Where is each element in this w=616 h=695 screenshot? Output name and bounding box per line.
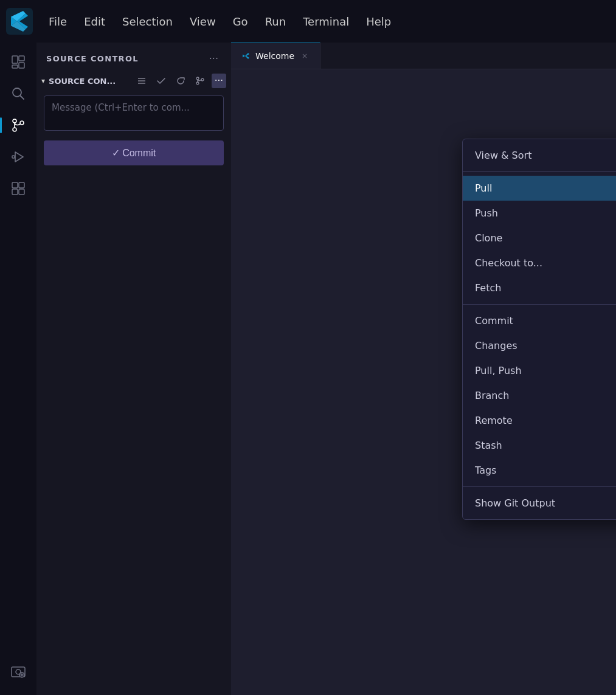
menu-item-pull[interactable]: Pull xyxy=(463,176,616,201)
separator-3 xyxy=(463,486,616,487)
svg-rect-13 xyxy=(19,182,24,188)
menu-help[interactable]: Help xyxy=(359,12,398,32)
svg-rect-3 xyxy=(19,63,24,68)
sidebar-header-icons: ··· xyxy=(206,51,221,66)
sidebar-more-button[interactable]: ··· xyxy=(206,51,221,66)
sc-more-icon[interactable]: ··· xyxy=(212,74,226,88)
menu-edit[interactable]: Edit xyxy=(77,12,112,32)
menu-item-branch[interactable]: Branch › xyxy=(463,383,616,408)
menu-item-remote[interactable]: Remote › xyxy=(463,408,616,433)
dropdown-overlay[interactable]: View & Sort › Pull Push Clone xyxy=(231,43,616,695)
menu-item-commit-submenu[interactable]: Commit › xyxy=(463,308,616,333)
main-layout: SOURCE CONTROL ··· ▾ SOURCE CON... xyxy=(0,43,616,695)
menu-item-view-sort[interactable]: View & Sort › xyxy=(463,143,616,168)
svg-rect-11 xyxy=(12,156,15,158)
menu-item-tags[interactable]: Tags › xyxy=(463,458,616,483)
sidebar: SOURCE CONTROL ··· ▾ SOURCE CON... xyxy=(36,43,231,695)
menu-item-tags-label: Tags xyxy=(475,465,616,476)
menu-section-top: View & Sort › xyxy=(463,142,616,169)
svg-point-7 xyxy=(13,119,16,123)
svg-rect-4 xyxy=(12,65,18,68)
titlebar: File Edit Selection View Go Run Terminal… xyxy=(0,0,616,43)
svg-line-6 xyxy=(21,96,24,100)
menu-item-fetch[interactable]: Fetch xyxy=(463,275,616,300)
sc-subheader: ▾ SOURCE CON... xyxy=(36,71,231,91)
sc-repo-name: SOURCE CON... xyxy=(49,77,130,86)
sc-chevron-icon[interactable]: ▾ xyxy=(41,77,45,85)
main-content: Welcome × View & Sort › Pull xyxy=(231,43,616,695)
menu-file[interactable]: File xyxy=(41,12,74,32)
sidebar-header: SOURCE CONTROL ··· xyxy=(36,43,231,71)
menu-item-show-git-output-label: Show Git Output xyxy=(475,497,616,509)
menu-item-changes-label: Changes xyxy=(475,340,616,351)
explorer-activity-icon[interactable] xyxy=(5,49,32,75)
menu-item-stash-label: Stash xyxy=(475,440,616,451)
menu-item-pull-push[interactable]: Pull, Push › xyxy=(463,358,616,383)
menu-item-remote-label: Remote xyxy=(475,415,616,426)
svg-marker-10 xyxy=(15,152,23,162)
message-input-wrap xyxy=(36,91,231,138)
separator-2 xyxy=(463,304,616,305)
menu-item-checkout[interactable]: Checkout to... xyxy=(463,251,616,275)
menu-bar: File Edit Selection View Go Run Terminal… xyxy=(41,12,398,32)
search-activity-icon[interactable] xyxy=(5,80,32,107)
sidebar-title: SOURCE CONTROL xyxy=(46,54,139,63)
vscode-logo xyxy=(6,8,33,35)
menu-item-stash[interactable]: Stash › xyxy=(463,433,616,458)
source-control-activity-icon[interactable] xyxy=(5,112,32,139)
menu-view[interactable]: View xyxy=(182,12,223,32)
menu-section-submenus: Commit › Changes › Pull, Push › Branch › xyxy=(463,307,616,484)
menu-terminal[interactable]: Terminal xyxy=(296,12,356,32)
menu-item-push[interactable]: Push xyxy=(463,201,616,226)
svg-rect-15 xyxy=(19,189,24,195)
menu-item-pull-label: Pull xyxy=(475,182,616,194)
svg-rect-2 xyxy=(19,56,24,61)
svg-rect-1 xyxy=(12,56,18,63)
menu-run[interactable]: Run xyxy=(258,12,294,32)
separator-1 xyxy=(463,171,616,172)
extensions-activity-icon[interactable] xyxy=(5,175,32,202)
activity-bar xyxy=(0,43,36,695)
menu-item-show-git-output[interactable]: Show Git Output xyxy=(463,491,616,516)
commit-message-input[interactable] xyxy=(44,95,224,131)
sc-list-icon[interactable] xyxy=(134,74,150,88)
menu-item-pull-push-label: Pull, Push xyxy=(475,365,616,376)
menu-item-view-sort-label: View & Sort xyxy=(475,150,616,161)
dropdown-menu: View & Sort › Pull Push Clone xyxy=(462,139,616,520)
menu-selection[interactable]: Selection xyxy=(115,12,180,32)
menu-item-changes[interactable]: Changes › xyxy=(463,333,616,358)
menu-item-clone-label: Clone xyxy=(475,232,616,244)
svg-rect-12 xyxy=(12,182,18,188)
svg-point-8 xyxy=(13,128,16,131)
menu-go[interactable]: Go xyxy=(226,12,255,32)
commit-button[interactable]: ✓ Commit xyxy=(44,140,224,165)
svg-point-9 xyxy=(20,121,24,125)
svg-rect-14 xyxy=(12,189,18,195)
menu-section-git-actions: Pull Push Clone Checkout to... Fetch xyxy=(463,175,616,302)
menu-item-fetch-label: Fetch xyxy=(475,282,616,294)
menu-section-output: Show Git Output xyxy=(463,489,616,517)
menu-item-checkout-label: Checkout to... xyxy=(475,257,616,269)
sc-refresh-icon[interactable] xyxy=(173,74,189,88)
sc-check-icon[interactable] xyxy=(153,74,169,88)
menu-item-clone[interactable]: Clone xyxy=(463,226,616,251)
remote-activity-icon[interactable] xyxy=(5,659,32,685)
commit-btn-wrap: ✓ Commit xyxy=(36,138,231,173)
debug-activity-icon[interactable] xyxy=(5,143,32,170)
menu-item-branch-label: Branch xyxy=(475,390,616,401)
sc-branch-icon[interactable] xyxy=(192,74,208,88)
menu-item-commit-label: Commit xyxy=(475,315,616,327)
menu-item-push-label: Push xyxy=(475,207,616,219)
